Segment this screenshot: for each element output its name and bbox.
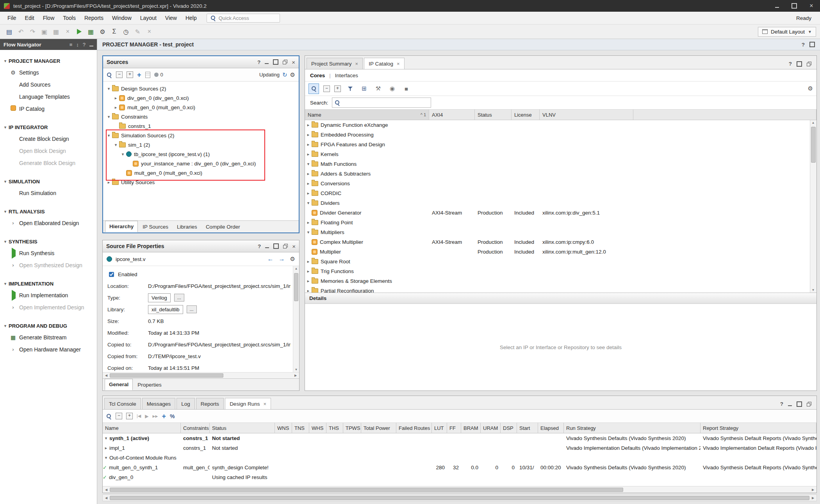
maximize-button[interactable] (786, 0, 803, 12)
expander-icon[interactable] (305, 152, 312, 157)
column-name[interactable]: Name ^1 (305, 109, 429, 120)
help-icon[interactable]: ? (258, 243, 261, 249)
minimize-icon[interactable] (265, 244, 269, 248)
expander-icon[interactable] (112, 105, 119, 110)
flownav-item-run-implementation[interactable]: Run Implementation (0, 289, 97, 301)
tree-row[interactable]: mult_gen_0 (mult_gen_0.xci) (103, 168, 299, 177)
expander-icon[interactable] (305, 230, 312, 235)
flownav-item-open-elaborated-design[interactable]: › Open Elaborated Design (0, 217, 97, 229)
catalog-row[interactable]: Partial Reconfiguration (305, 286, 816, 293)
tree-row-simulation-sources[interactable]: Simulation Sources (2) (103, 131, 299, 140)
flownav-item-open-hardware-manager[interactable]: › Open Hardware Manager (0, 343, 97, 355)
run-icon[interactable] (77, 29, 82, 34)
column-name[interactable]: Name (103, 423, 181, 433)
run-row-impl-1[interactable]: impl_1 constrs_1 Not started Vivado Impl… (103, 443, 816, 453)
messages-filter[interactable]: 0 (154, 72, 163, 78)
expander-icon[interactable] (305, 201, 312, 206)
run-row-div-gen[interactable]: ✓div_gen_0 Using cached IP results (103, 472, 816, 482)
column-run-strategy[interactable]: Run Strategy (564, 423, 701, 433)
expander-icon[interactable] (305, 220, 312, 225)
column-lut[interactable]: LUT (432, 423, 447, 433)
minimize-button[interactable] (768, 0, 786, 12)
enabled-checkbox[interactable] (109, 272, 114, 277)
help-icon[interactable]: ? (802, 42, 805, 48)
catalog-row[interactable]: Dynamic Function eXchange (305, 120, 816, 130)
run-row-ooc-group[interactable]: Out-of-Context Module Runs (103, 453, 816, 463)
horizontal-scrollbar[interactable]: ◀ ▶ (103, 372, 299, 378)
menu-tools[interactable]: Tools (59, 13, 80, 23)
type-browse-button[interactable]: ... (174, 294, 184, 302)
tree-row-constraints[interactable]: Constraints (103, 112, 299, 121)
settings-gear-icon[interactable]: ⚙ (97, 27, 108, 37)
search-icon[interactable] (107, 72, 112, 78)
expander-icon[interactable] (305, 288, 312, 293)
float-icon[interactable] (283, 60, 287, 64)
column-bram[interactable]: BRAM (461, 423, 481, 433)
column-wns[interactable]: WNS (275, 423, 292, 433)
tab-hierarchy[interactable]: Hierarchy (105, 221, 138, 232)
expander-icon[interactable] (2, 281, 9, 286)
close-icon[interactable]: × (397, 61, 400, 67)
minimize-icon[interactable] (89, 43, 93, 46)
flownav-item-language-templates[interactable]: Language Templates (0, 91, 97, 103)
scroll-up-icon[interactable]: ▲ (810, 121, 816, 124)
column-uram[interactable]: URAM (481, 423, 501, 433)
expander-icon[interactable] (305, 122, 312, 128)
tree-row[interactable]: your_instance_name : div_gen_0 (div_gen_… (103, 159, 299, 168)
flownav-section-implementation[interactable]: IMPLEMENTATION (0, 278, 97, 289)
catalog-row[interactable]: Adders & Subtracters (305, 169, 816, 179)
ip-search-input[interactable] (332, 98, 431, 108)
tree-row-design-sources[interactable]: Design Sources (2) (103, 84, 299, 93)
layout-selector[interactable]: Default Layout ▼ (758, 27, 816, 37)
tab-project-summary[interactable]: Project Summary × (307, 58, 363, 69)
paste-icon[interactable]: ▦ (51, 27, 61, 37)
minimize-icon[interactable] (788, 402, 792, 406)
menu-help[interactable]: Help (181, 13, 201, 23)
dock-icon[interactable]: ≡ (70, 42, 73, 48)
column-license[interactable]: License (512, 109, 540, 120)
expander-icon[interactable] (305, 279, 312, 284)
expand-all-icon[interactable]: + (334, 85, 341, 92)
edit-pencil-icon[interactable]: ✎ (132, 27, 143, 37)
refresh-icon[interactable]: ↻ (282, 71, 287, 78)
tree-row[interactable]: mult_gen_0 (mult_gen_0.xci) (103, 103, 299, 112)
tree-row-testbench[interactable]: tb_ipcore_test (ipcore_test.v) (1) (103, 149, 299, 159)
target-icon[interactable]: ◉ (387, 84, 397, 94)
expander-icon[interactable] (103, 455, 109, 460)
column-ff[interactable]: FF (447, 423, 461, 433)
flownav-item-open-synthesized-design[interactable]: › Open Synthesized Design (0, 259, 97, 271)
expander-icon[interactable] (2, 179, 9, 184)
expand-all-icon[interactable]: + (126, 413, 133, 419)
float-icon[interactable] (283, 244, 288, 248)
flownav-item-create-block-design[interactable]: Create Block Design (0, 133, 97, 145)
column-tns[interactable]: TNS (292, 423, 309, 433)
menu-flow[interactable]: Flow (39, 13, 59, 23)
flownav-item-open-block-design[interactable]: Open Block Design (0, 145, 97, 157)
redo-icon[interactable]: ↷ (27, 27, 38, 37)
column-total-power[interactable]: Total Power (361, 423, 396, 433)
tab-messages[interactable]: Messages (142, 398, 176, 409)
flownav-section-ip-integrator[interactable]: IP INTEGRATOR (0, 122, 97, 133)
flownav-section-synthesis[interactable]: SYNTHESIS (0, 236, 97, 247)
search-icon[interactable] (106, 413, 112, 419)
tree-row[interactable]: div_gen_0 (div_gen_0.xci) (103, 93, 299, 103)
expander-icon[interactable] (112, 142, 119, 147)
expander-icon[interactable] (119, 152, 126, 157)
catalog-row-math-functions[interactable]: Math Functions (305, 159, 816, 169)
help-icon[interactable]: ? (257, 59, 260, 65)
tab-libraries[interactable]: Libraries (173, 222, 201, 232)
close-icon[interactable]: × (292, 243, 296, 249)
catalog-row[interactable]: FPGA Features and Design (305, 140, 816, 149)
collapse-all-icon[interactable]: − (116, 71, 123, 78)
flownav-section-simulation[interactable]: SIMULATION (0, 176, 97, 187)
catalog-row[interactable]: Floating Point (305, 218, 816, 227)
library-input[interactable]: xil_defaultlib (148, 305, 183, 314)
timing-clock-icon[interactable]: ◷ (121, 27, 131, 37)
expander-icon[interactable] (305, 191, 312, 196)
column-vlnv[interactable]: VLNV (540, 109, 633, 120)
tab-design-runs[interactable]: Design Runs × (225, 398, 271, 409)
scroll-right-icon[interactable]: ▶ (810, 488, 816, 492)
run-row-synth-1[interactable]: synth_1 (active) constrs_1 Not started V… (103, 433, 816, 443)
wrench-icon[interactable]: ⚒ (373, 84, 383, 94)
catalog-row-complex-multiplier[interactable]: Complex Multiplier AXI4-Stream Productio… (305, 237, 816, 247)
